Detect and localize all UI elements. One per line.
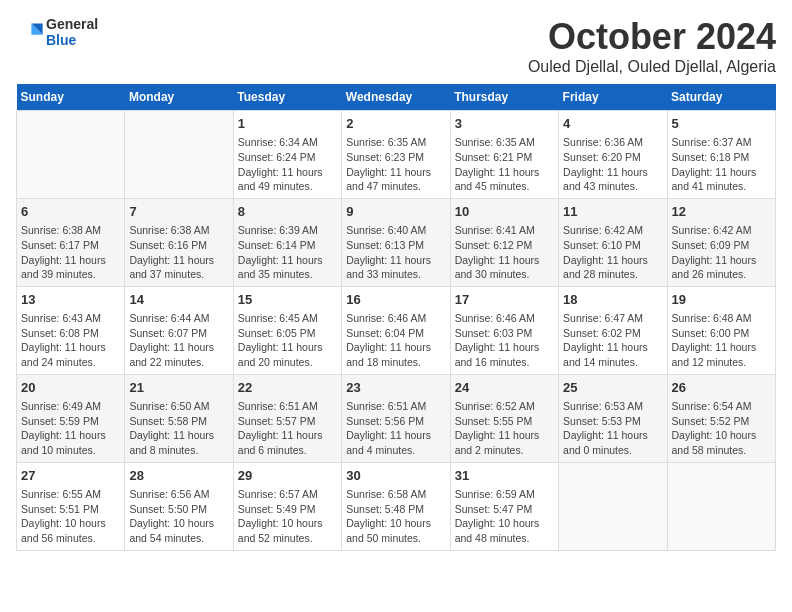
day-info: Sunrise: 6:48 AM Sunset: 6:00 PM Dayligh… xyxy=(672,311,771,370)
day-info: Sunrise: 6:59 AM Sunset: 5:47 PM Dayligh… xyxy=(455,487,554,546)
title-block: October 2024 Ouled Djellal, Ouled Djella… xyxy=(528,16,776,76)
day-number: 31 xyxy=(455,467,554,485)
day-number: 15 xyxy=(238,291,337,309)
calendar-cell: 7Sunrise: 6:38 AM Sunset: 6:16 PM Daylig… xyxy=(125,198,233,286)
day-info: Sunrise: 6:50 AM Sunset: 5:58 PM Dayligh… xyxy=(129,399,228,458)
calendar-cell: 1Sunrise: 6:34 AM Sunset: 6:24 PM Daylig… xyxy=(233,111,341,199)
day-number: 21 xyxy=(129,379,228,397)
calendar-cell: 16Sunrise: 6:46 AM Sunset: 6:04 PM Dayli… xyxy=(342,286,450,374)
day-number: 16 xyxy=(346,291,445,309)
day-info: Sunrise: 6:43 AM Sunset: 6:08 PM Dayligh… xyxy=(21,311,120,370)
day-number: 5 xyxy=(672,115,771,133)
logo-text: General Blue xyxy=(46,16,98,48)
day-info: Sunrise: 6:38 AM Sunset: 6:17 PM Dayligh… xyxy=(21,223,120,282)
calendar-week: 1Sunrise: 6:34 AM Sunset: 6:24 PM Daylig… xyxy=(17,111,776,199)
day-info: Sunrise: 6:51 AM Sunset: 5:56 PM Dayligh… xyxy=(346,399,445,458)
day-info: Sunrise: 6:40 AM Sunset: 6:13 PM Dayligh… xyxy=(346,223,445,282)
calendar-week: 13Sunrise: 6:43 AM Sunset: 6:08 PM Dayli… xyxy=(17,286,776,374)
calendar-cell xyxy=(125,111,233,199)
day-number: 27 xyxy=(21,467,120,485)
day-info: Sunrise: 6:46 AM Sunset: 6:04 PM Dayligh… xyxy=(346,311,445,370)
day-info: Sunrise: 6:35 AM Sunset: 6:23 PM Dayligh… xyxy=(346,135,445,194)
calendar-body: 1Sunrise: 6:34 AM Sunset: 6:24 PM Daylig… xyxy=(17,111,776,551)
header-day: Thursday xyxy=(450,84,558,111)
day-number: 4 xyxy=(563,115,662,133)
calendar-cell: 14Sunrise: 6:44 AM Sunset: 6:07 PM Dayli… xyxy=(125,286,233,374)
day-info: Sunrise: 6:38 AM Sunset: 6:16 PM Dayligh… xyxy=(129,223,228,282)
calendar-table: SundayMondayTuesdayWednesdayThursdayFrid… xyxy=(16,84,776,551)
calendar-cell: 23Sunrise: 6:51 AM Sunset: 5:56 PM Dayli… xyxy=(342,374,450,462)
day-number: 9 xyxy=(346,203,445,221)
calendar-cell: 2Sunrise: 6:35 AM Sunset: 6:23 PM Daylig… xyxy=(342,111,450,199)
page-header: General Blue October 2024 Ouled Djellal,… xyxy=(16,16,776,76)
day-info: Sunrise: 6:42 AM Sunset: 6:09 PM Dayligh… xyxy=(672,223,771,282)
day-info: Sunrise: 6:44 AM Sunset: 6:07 PM Dayligh… xyxy=(129,311,228,370)
calendar-cell: 19Sunrise: 6:48 AM Sunset: 6:00 PM Dayli… xyxy=(667,286,775,374)
calendar-cell: 12Sunrise: 6:42 AM Sunset: 6:09 PM Dayli… xyxy=(667,198,775,286)
calendar-header: SundayMondayTuesdayWednesdayThursdayFrid… xyxy=(17,84,776,111)
calendar-week: 20Sunrise: 6:49 AM Sunset: 5:59 PM Dayli… xyxy=(17,374,776,462)
header-day: Monday xyxy=(125,84,233,111)
header-day: Saturday xyxy=(667,84,775,111)
calendar-cell: 25Sunrise: 6:53 AM Sunset: 5:53 PM Dayli… xyxy=(559,374,667,462)
header-day: Wednesday xyxy=(342,84,450,111)
day-info: Sunrise: 6:41 AM Sunset: 6:12 PM Dayligh… xyxy=(455,223,554,282)
calendar-cell: 22Sunrise: 6:51 AM Sunset: 5:57 PM Dayli… xyxy=(233,374,341,462)
calendar-cell: 26Sunrise: 6:54 AM Sunset: 5:52 PM Dayli… xyxy=(667,374,775,462)
day-info: Sunrise: 6:46 AM Sunset: 6:03 PM Dayligh… xyxy=(455,311,554,370)
day-number: 10 xyxy=(455,203,554,221)
calendar-cell: 17Sunrise: 6:46 AM Sunset: 6:03 PM Dayli… xyxy=(450,286,558,374)
day-info: Sunrise: 6:55 AM Sunset: 5:51 PM Dayligh… xyxy=(21,487,120,546)
header-day: Friday xyxy=(559,84,667,111)
subtitle: Ouled Djellal, Ouled Djellal, Algeria xyxy=(528,58,776,76)
day-number: 23 xyxy=(346,379,445,397)
calendar-cell: 30Sunrise: 6:58 AM Sunset: 5:48 PM Dayli… xyxy=(342,462,450,550)
day-number: 8 xyxy=(238,203,337,221)
calendar-cell: 20Sunrise: 6:49 AM Sunset: 5:59 PM Dayli… xyxy=(17,374,125,462)
day-number: 20 xyxy=(21,379,120,397)
calendar-cell: 18Sunrise: 6:47 AM Sunset: 6:02 PM Dayli… xyxy=(559,286,667,374)
header-row: SundayMondayTuesdayWednesdayThursdayFrid… xyxy=(17,84,776,111)
calendar-cell: 27Sunrise: 6:55 AM Sunset: 5:51 PM Dayli… xyxy=(17,462,125,550)
day-info: Sunrise: 6:53 AM Sunset: 5:53 PM Dayligh… xyxy=(563,399,662,458)
day-number: 6 xyxy=(21,203,120,221)
day-number: 14 xyxy=(129,291,228,309)
day-info: Sunrise: 6:47 AM Sunset: 6:02 PM Dayligh… xyxy=(563,311,662,370)
day-number: 7 xyxy=(129,203,228,221)
day-number: 12 xyxy=(672,203,771,221)
calendar-cell: 28Sunrise: 6:56 AM Sunset: 5:50 PM Dayli… xyxy=(125,462,233,550)
day-number: 3 xyxy=(455,115,554,133)
day-info: Sunrise: 6:45 AM Sunset: 6:05 PM Dayligh… xyxy=(238,311,337,370)
day-info: Sunrise: 6:39 AM Sunset: 6:14 PM Dayligh… xyxy=(238,223,337,282)
calendar-cell: 24Sunrise: 6:52 AM Sunset: 5:55 PM Dayli… xyxy=(450,374,558,462)
day-number: 1 xyxy=(238,115,337,133)
day-info: Sunrise: 6:52 AM Sunset: 5:55 PM Dayligh… xyxy=(455,399,554,458)
day-number: 29 xyxy=(238,467,337,485)
logo: General Blue xyxy=(16,16,98,48)
day-info: Sunrise: 6:51 AM Sunset: 5:57 PM Dayligh… xyxy=(238,399,337,458)
day-info: Sunrise: 6:56 AM Sunset: 5:50 PM Dayligh… xyxy=(129,487,228,546)
calendar-week: 6Sunrise: 6:38 AM Sunset: 6:17 PM Daylig… xyxy=(17,198,776,286)
calendar-week: 27Sunrise: 6:55 AM Sunset: 5:51 PM Dayli… xyxy=(17,462,776,550)
calendar-cell: 15Sunrise: 6:45 AM Sunset: 6:05 PM Dayli… xyxy=(233,286,341,374)
day-number: 13 xyxy=(21,291,120,309)
day-number: 26 xyxy=(672,379,771,397)
calendar-cell: 3Sunrise: 6:35 AM Sunset: 6:21 PM Daylig… xyxy=(450,111,558,199)
calendar-cell: 29Sunrise: 6:57 AM Sunset: 5:49 PM Dayli… xyxy=(233,462,341,550)
calendar-cell: 31Sunrise: 6:59 AM Sunset: 5:47 PM Dayli… xyxy=(450,462,558,550)
day-number: 17 xyxy=(455,291,554,309)
calendar-cell: 11Sunrise: 6:42 AM Sunset: 6:10 PM Dayli… xyxy=(559,198,667,286)
day-info: Sunrise: 6:34 AM Sunset: 6:24 PM Dayligh… xyxy=(238,135,337,194)
day-info: Sunrise: 6:35 AM Sunset: 6:21 PM Dayligh… xyxy=(455,135,554,194)
day-info: Sunrise: 6:36 AM Sunset: 6:20 PM Dayligh… xyxy=(563,135,662,194)
day-number: 24 xyxy=(455,379,554,397)
day-info: Sunrise: 6:58 AM Sunset: 5:48 PM Dayligh… xyxy=(346,487,445,546)
day-number: 2 xyxy=(346,115,445,133)
logo-icon xyxy=(16,18,44,46)
day-number: 25 xyxy=(563,379,662,397)
calendar-cell: 10Sunrise: 6:41 AM Sunset: 6:12 PM Dayli… xyxy=(450,198,558,286)
main-title: October 2024 xyxy=(528,16,776,58)
header-day: Sunday xyxy=(17,84,125,111)
calendar-cell xyxy=(667,462,775,550)
calendar-cell xyxy=(559,462,667,550)
